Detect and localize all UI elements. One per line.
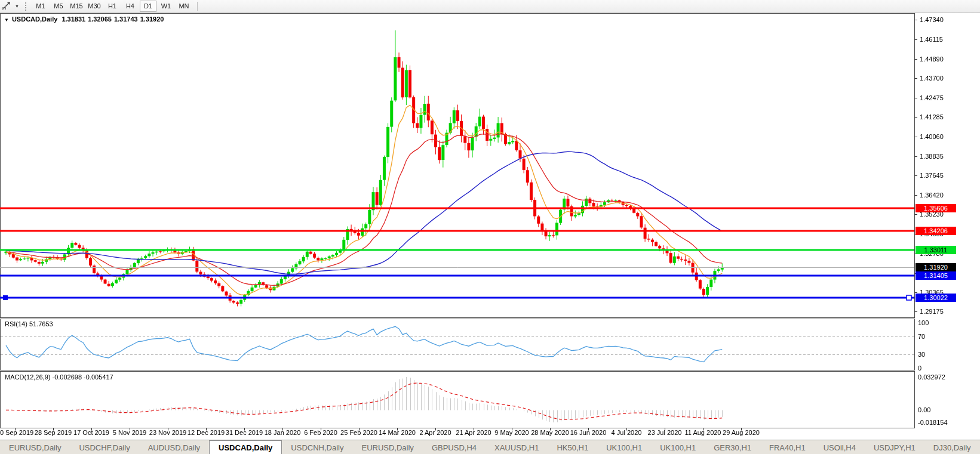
- timeframe-button-M1[interactable]: M1: [32, 1, 49, 12]
- trading-platform-window: { "toolbar": { "tool_icon": "trendline-d…: [0, 0, 980, 454]
- chart-tab-GER30-H1[interactable]: GER30,H1: [705, 440, 760, 454]
- chart-tab-EURUSD-Daily[interactable]: EURUSD,Daily: [352, 440, 422, 454]
- trendline-draw-icon[interactable]: [0, 1, 13, 12]
- timeframe-button-W1[interactable]: W1: [158, 1, 174, 12]
- chart-tab-EURUSD-Daily[interactable]: EURUSD,Daily: [0, 440, 70, 454]
- chart-tab-USOil-H4[interactable]: USOil,H4: [815, 440, 865, 454]
- chart-tab-GBPUSD-H4[interactable]: GBPUSD,H4: [423, 440, 486, 454]
- timeframe-button-MN[interactable]: MN: [176, 1, 192, 12]
- chart-tab-DJ30-Daily[interactable]: DJ30,Daily: [924, 440, 980, 454]
- chart-tab-UK100-H1[interactable]: UK100,H1: [651, 440, 705, 454]
- trendline-draw-icon-svg: [2, 2, 11, 11]
- toolbar-separator: [197, 2, 198, 11]
- timeframe-button-H1[interactable]: H1: [104, 1, 121, 12]
- chart-tab-USDCHF-Daily[interactable]: USDCHF,Daily: [70, 440, 139, 454]
- tool-dropdown-arrow[interactable]: ▼: [13, 4, 21, 8]
- timeframe-button-H4[interactable]: H4: [122, 1, 139, 12]
- chart-tab-XAUUSD-H1[interactable]: XAUUSD,H1: [486, 440, 548, 454]
- timeframe-button-M30[interactable]: M30: [86, 1, 103, 12]
- chart-tab-FRA40-H1[interactable]: FRA40,H1: [760, 440, 815, 454]
- chart-tab-HK50-H1[interactable]: HK50,H1: [548, 440, 597, 454]
- chart-tab-AUDUSD-Daily[interactable]: AUDUSD,Daily: [139, 440, 209, 454]
- timeframe-buttons: M1M5M15M30H1H4D1W1MN: [32, 1, 193, 12]
- chart-canvas: [0, 0, 980, 454]
- timeframe-toolbar: ▼ M1M5M15M30H1H4D1W1MN: [0, 0, 980, 13]
- timeframe-button-M5[interactable]: M5: [50, 1, 67, 12]
- timeframe-button-M15[interactable]: M15: [68, 1, 85, 12]
- timeframe-button-D1[interactable]: D1: [140, 1, 156, 12]
- chart-tab-USDCAD-Daily[interactable]: USDCAD,Daily: [209, 440, 282, 454]
- chart-tab-USDCNH-Daily[interactable]: USDCNH,Daily: [282, 440, 352, 454]
- toolbar-drag-handle[interactable]: [25, 2, 29, 11]
- chart-tab-bar: EURUSD,DailyUSDCHF,DailyAUDUSD,DailyUSDC…: [0, 440, 980, 454]
- chart-tab-USDJPY-H1[interactable]: USDJPY,H1: [865, 440, 924, 454]
- chart-tab-UK100-H1[interactable]: UK100,H1: [597, 440, 651, 454]
